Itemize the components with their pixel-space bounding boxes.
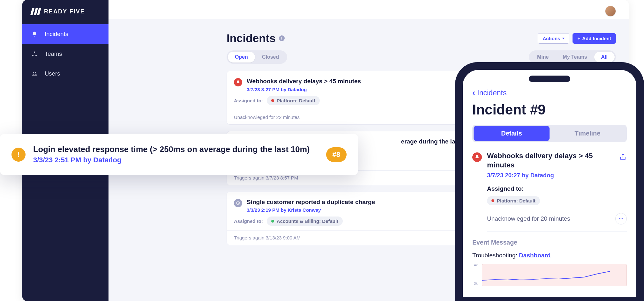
svg-point-4: [35, 72, 36, 74]
sidebar-item-incidents[interactable]: Incidents: [22, 24, 109, 44]
assigned-label: Assigned to:: [487, 185, 627, 192]
event-message-label: Event Message: [472, 239, 627, 246]
phone-status-row: Unacknowleged for 20 minutes ⋯: [487, 213, 627, 232]
phone-assigned: Assigned to: Platform: Default: [487, 185, 627, 205]
tab-details[interactable]: Details: [474, 126, 550, 141]
team-chip-label: Platform: Default: [497, 198, 535, 203]
chevron-down-icon: [562, 38, 565, 39]
phone-incident-header: Webhooks delivery delays > 45 minutes 3/…: [472, 151, 627, 179]
sidebar-item-label: Incidents: [45, 31, 68, 38]
svg-point-2: [35, 55, 37, 56]
share-icon[interactable]: [619, 153, 627, 161]
page-title-text: Incidents: [227, 32, 276, 45]
users-icon: [31, 70, 38, 77]
actions-label: Actions: [543, 36, 560, 41]
filter-closed[interactable]: Closed: [255, 52, 286, 62]
phone-incident-title: Webhooks delivery delays > 45 minutes: [487, 151, 614, 170]
warning-icon: !: [11, 148, 26, 162]
troubleshoot-prefix: Troubleshooting:: [472, 252, 519, 259]
add-incident-button[interactable]: + Add Incident: [573, 33, 616, 44]
team-chip[interactable]: Accounts & Billing: Default: [267, 217, 343, 226]
incident-toast[interactable]: ! Login elevated response time (> 250ms …: [0, 134, 358, 175]
actions-dropdown[interactable]: Actions: [538, 33, 569, 44]
brand-mark-icon: [31, 8, 40, 15]
info-icon[interactable]: i: [279, 35, 285, 41]
page-title: Incidents i: [227, 32, 285, 45]
team-chip-label: Platform: Default: [277, 98, 315, 103]
alert-icon: [234, 78, 242, 86]
filter-mine[interactable]: Mine: [530, 52, 556, 62]
sidebar-item-teams[interactable]: Teams: [22, 44, 109, 64]
assigned-label: Assigned to:: [234, 98, 263, 103]
filter-open[interactable]: Open: [228, 52, 255, 62]
status-filter: Open Closed: [227, 50, 287, 64]
page-header: Incidents i Actions + Add Incident: [227, 32, 616, 45]
tab-timeline[interactable]: Timeline: [550, 126, 625, 141]
sidebar-item-label: Teams: [45, 50, 62, 57]
back-button[interactable]: ‹ Incidents: [472, 88, 627, 97]
filter-all[interactable]: All: [594, 52, 615, 62]
back-label: Incidents: [477, 89, 506, 97]
svg-point-0: [34, 52, 35, 53]
incident-title: Single customer reported a duplicate cha…: [247, 198, 375, 206]
incident-title: Webhooks delivery delays > 45 minutes: [247, 77, 361, 85]
sidebar-item-users[interactable]: Users: [22, 64, 109, 84]
team-chip-label: Accounts & Billing: Default: [277, 218, 338, 224]
incident-meta: 3/3/23 2:19 PM by Krista Conway: [247, 207, 375, 213]
phone-mockup: ‹ Incidents Incident #9 Details Timeline…: [455, 62, 644, 301]
scope-filter: Mine My Teams All: [529, 50, 616, 64]
toast-title: Login elevated response time (> 250ms on…: [33, 145, 318, 154]
sidebar-item-label: Users: [45, 70, 60, 77]
phone-incident-meta: 3/7/23 20:27 by Datadog: [487, 172, 614, 179]
alert-icon: [472, 152, 482, 162]
more-button[interactable]: ⋯: [615, 213, 627, 224]
troubleshoot-line: Troubleshooting: Dashboard: [472, 252, 627, 259]
team-chip[interactable]: Platform: Default: [267, 96, 320, 105]
status-dot-icon: [491, 199, 494, 202]
avatar[interactable]: [605, 6, 616, 17]
chevron-left-icon: ‹: [472, 88, 475, 97]
toast-meta: 3/3/23 2:51 PM by Datadog: [33, 156, 318, 164]
bell-icon: [31, 31, 38, 37]
phone-screen: ‹ Incidents Incident #9 Details Timeline…: [463, 70, 636, 297]
clock-icon: [234, 199, 242, 207]
svg-point-1: [32, 55, 34, 56]
mini-chart: [482, 264, 627, 286]
plus-icon: +: [577, 36, 580, 41]
filter-row: Open Closed Mine My Teams All: [227, 50, 616, 64]
nodes-icon: [31, 51, 38, 57]
brand-logo: READY FIVE: [22, 0, 109, 24]
phone-tabs: Details Timeline: [472, 125, 627, 142]
assigned-label: Assigned to:: [234, 218, 263, 224]
incident-meta: 3/7/23 8:27 PM by Datadog: [247, 87, 361, 92]
phone-page-title: Incident #9: [472, 102, 627, 118]
status-dot-icon: [271, 220, 274, 223]
unack-text: Unacknowleged for 20 minutes: [487, 215, 570, 222]
add-incident-label: Add Incident: [582, 36, 611, 41]
dashboard-link[interactable]: Dashboard: [519, 252, 550, 259]
phone-notch: [529, 76, 570, 82]
toast-badge: #8: [326, 147, 347, 162]
status-dot-icon: [271, 99, 274, 102]
filter-my-teams[interactable]: My Teams: [556, 52, 594, 62]
header-actions: Actions + Add Incident: [538, 33, 616, 44]
brand-text: READY FIVE: [44, 8, 85, 15]
svg-point-3: [33, 72, 34, 74]
team-chip[interactable]: Platform: Default: [487, 196, 540, 205]
